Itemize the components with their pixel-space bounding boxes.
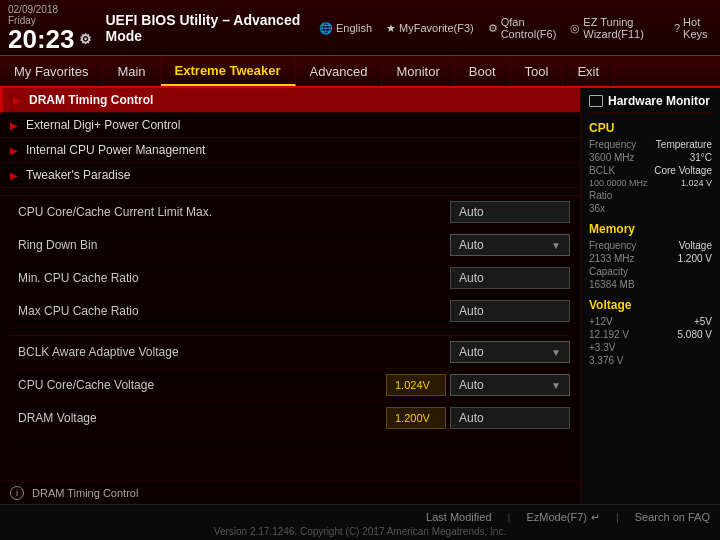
footer-search[interactable]: Search on FAQ (635, 511, 710, 523)
sidebar-12v-val: 12.192 V (589, 329, 649, 340)
sidebar-memory-title: Memory (589, 222, 712, 236)
setting-max-cpu-cache: Max CPU Cache Ratio Auto (10, 295, 570, 328)
settings-icon[interactable]: ⚙ (79, 32, 92, 46)
sidebar-33v-label-text: +3.3V (589, 342, 615, 353)
tool-eztuning[interactable]: ◎ EZ Tuning Wizard(F11) (570, 16, 660, 40)
sidebar-memory: Memory Frequency Voltage 2133 MHz 1.200 … (589, 222, 712, 290)
section-tweakers-paradise-label: Tweaker's Paradise (26, 168, 130, 182)
setting-cpu-core-voltage-value: 1.024V Auto ▼ (386, 374, 570, 396)
sidebar-mem-freq-val: 2133 MHz (589, 253, 649, 264)
dropdown-arrow-icon: ▼ (551, 347, 561, 358)
nav-main[interactable]: Main (103, 56, 160, 86)
tool-hotkeys[interactable]: ? Hot Keys (674, 16, 712, 40)
section-cpu-power-label: Internal CPU Power Management (26, 143, 205, 157)
tool-english[interactable]: 🌐 English (319, 22, 372, 35)
ez-mode-icon: ↵ (591, 511, 600, 524)
nav-advanced[interactable]: Advanced (296, 56, 383, 86)
setting-min-cpu-cache-box[interactable]: Auto (450, 267, 570, 289)
value-text: Auto (459, 345, 484, 359)
dropdown-arrow-icon: ▼ (551, 380, 561, 391)
footer-ez-mode[interactable]: EzMode(F7) ↵ (526, 511, 600, 524)
section-tweakers-paradise[interactable]: ▶ Tweaker's Paradise (0, 163, 580, 188)
sidebar-voltage: Voltage +12V +5V 12.192 V 5.080 V +3.3V … (589, 298, 712, 366)
arrow-icon: ▶ (10, 145, 18, 156)
nav-exit[interactable]: Exit (563, 56, 614, 86)
setting-min-cpu-cache: Min. CPU Cache Ratio Auto (10, 262, 570, 295)
prefix-text: 1.024V (395, 379, 430, 391)
sidebar-voltage-grid: +12V +5V 12.192 V 5.080 V (589, 316, 712, 340)
setting-cpu-core-voltage: CPU Core/Cache Voltage 1.024V Auto ▼ (10, 369, 570, 402)
value-text: Auto (459, 411, 484, 425)
search-text: Search on FAQ (635, 511, 710, 523)
setting-max-cpu-cache-label: Max CPU Cache Ratio (10, 304, 450, 318)
sidebar-mem-volt-val: 1.200 V (653, 253, 713, 264)
content-area: ▶ DRAM Timing Control ▶ External Digi+ P… (0, 88, 580, 504)
setting-min-cpu-cache-value: Auto (450, 267, 570, 289)
footer-actions: Last Modified | EzMode(F7) ↵ | Search on… (0, 511, 720, 524)
setting-dram-voltage-box[interactable]: Auto (450, 407, 570, 429)
nav-monitor[interactable]: Monitor (382, 56, 454, 86)
arrow-icon: ▶ (10, 120, 18, 131)
section-dram-timing-label: DRAM Timing Control (29, 93, 153, 107)
header-date: 02/09/2018 Friday (8, 4, 92, 26)
section-dram-timing[interactable]: ▶ DRAM Timing Control (0, 88, 580, 113)
sidebar-cpu-ratio: Ratio (589, 190, 712, 201)
setting-ring-down-bin-select[interactable]: Auto ▼ (450, 234, 570, 256)
tool-qfan[interactable]: ⚙ Qfan Control(F6) (488, 16, 557, 40)
setting-cpu-core-limit-value: Auto (450, 201, 570, 223)
sidebar-mem-freq-label: Frequency (589, 240, 649, 251)
setting-cpu-core-voltage-label: CPU Core/Cache Voltage (10, 378, 386, 392)
setting-ring-down-bin-label: Ring Down Bin (10, 238, 450, 252)
setting-bclk-aware-label: BCLK Aware Adaptive Voltage (10, 345, 450, 359)
main-layout: ▶ DRAM Timing Control ▶ External Digi+ P… (0, 88, 720, 504)
value-text: Auto (459, 304, 484, 318)
setting-bclk-aware-value: Auto ▼ (450, 341, 570, 363)
sidebar-cpu-bclk-label: BCLK (589, 165, 649, 176)
info-text: DRAM Timing Control (32, 487, 138, 499)
sidebar-12v-label: +12V (589, 316, 649, 327)
sidebar-cpu-temp-val: 31°C (653, 152, 713, 163)
section-cpu-power[interactable]: ▶ Internal CPU Power Management (0, 138, 580, 163)
time-text: 20:23 (8, 26, 75, 52)
nav-tool[interactable]: Tool (511, 56, 564, 86)
sidebar-cpu-freq-label: Frequency (589, 139, 649, 150)
value-text: Auto (459, 271, 484, 285)
last-modified-text: Last Modified (426, 511, 491, 523)
sidebar-mem-cap-label: Capacity (589, 266, 712, 277)
sidebar-cpu: CPU Frequency Temperature 3600 MHz 31°C … (589, 121, 712, 214)
value-text: Auto (459, 205, 484, 219)
footer-last-modified: Last Modified (426, 511, 491, 523)
sidebar-capacity-val: 16384 MB (589, 279, 635, 290)
setting-dram-voltage-label: DRAM Voltage (10, 411, 386, 425)
setting-cpu-core-voltage-select[interactable]: Auto ▼ (450, 374, 570, 396)
sidebar-voltage-title: Voltage (589, 298, 712, 312)
setting-bclk-aware-select[interactable]: Auto ▼ (450, 341, 570, 363)
sidebar-33v-val: 3.376 V (589, 355, 712, 366)
tool-myfavorite[interactable]: ★ MyFavorite(F3) (386, 22, 474, 35)
section-digi-power[interactable]: ▶ External Digi+ Power Control (0, 113, 580, 138)
setting-cpu-core-limit: CPU Core/Cache Current Limit Max. Auto (10, 196, 570, 229)
nav-myfavorites[interactable]: My Favorites (0, 56, 103, 86)
sidebar-header: Hardware Monitor (589, 94, 712, 113)
setting-dram-voltage: DRAM Voltage 1.200V Auto (10, 402, 570, 435)
sidebar-cpu-bclk-val: 100.0000 MHz (589, 178, 649, 188)
value-text: Auto (459, 238, 484, 252)
section-digi-power-label: External Digi+ Power Control (26, 118, 180, 132)
prefix-text: 1.200V (395, 412, 430, 424)
monitor-icon (589, 95, 603, 107)
divider (10, 328, 570, 336)
setting-cpu-core-limit-box[interactable]: Auto (450, 201, 570, 223)
setting-dram-voltage-prefix[interactable]: 1.200V (386, 407, 446, 429)
sidebar-cpu-corevolt-val: 1.024 V (653, 178, 713, 188)
setting-cpu-core-voltage-prefix[interactable]: 1.024V (386, 374, 446, 396)
info-bar: i DRAM Timing Control (0, 480, 580, 504)
sidebar-5v-label: +5V (653, 316, 713, 327)
sidebar-cpu-grid: Frequency Temperature 3600 MHz 31°C BCLK… (589, 139, 712, 188)
sidebar-memory-grid: Frequency Voltage 2133 MHz 1.200 V (589, 240, 712, 264)
dropdown-arrow-icon: ▼ (551, 240, 561, 251)
nav-boot[interactable]: Boot (455, 56, 511, 86)
value-text: Auto (459, 378, 484, 392)
nav-extremetweaker[interactable]: Extreme Tweaker (161, 56, 296, 86)
sidebar-ratio-val: 36x (589, 203, 605, 214)
setting-max-cpu-cache-box[interactable]: Auto (450, 300, 570, 322)
